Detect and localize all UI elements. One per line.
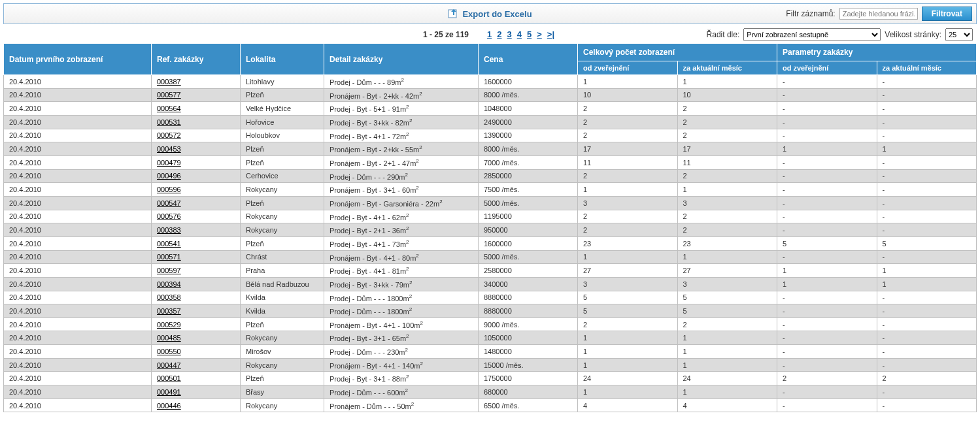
cell-ref: 000541 — [152, 236, 241, 250]
table-row: 20.4.2010000394Bělá nad RadbuzouProdej -… — [4, 277, 977, 291]
cell-ref: 000577 — [152, 88, 241, 102]
cell-c2: 1 — [677, 345, 777, 359]
cell-ref: 000564 — [152, 102, 241, 116]
export-excel-link[interactable]: Export do Excelu — [448, 8, 532, 19]
cell-ref: 000596 — [152, 183, 241, 197]
table-row: 20.4.2010000547PlzeňPronájem - Byt - Gar… — [4, 196, 977, 210]
ref-link[interactable]: 000529 — [157, 321, 181, 329]
page-link[interactable]: 3 — [507, 29, 512, 39]
cell-cena: 7500 /měs. — [479, 183, 578, 197]
ref-link[interactable]: 000577 — [157, 91, 181, 99]
cell-c1: 11 — [578, 155, 678, 169]
cell-c2: 2 — [677, 223, 777, 237]
cell-p1: - — [777, 304, 877, 318]
page-link[interactable]: 4 — [517, 29, 522, 39]
filter-input[interactable] — [839, 8, 918, 20]
cell-p1: - — [777, 75, 877, 89]
ref-link[interactable]: 000501 — [157, 374, 181, 382]
th-c-od[interactable]: od zveřejnění — [578, 61, 678, 75]
sort-select[interactable]: První zobrazení sestupně — [743, 28, 881, 41]
cell-p2: - — [877, 318, 977, 331]
cell-detail: Prodej - Byt - 3+kk - 79m2 — [324, 277, 479, 291]
cell-detail: Prodej - Dům - - - 1800m2 — [324, 291, 479, 304]
ref-link[interactable]: 000496 — [157, 172, 181, 180]
ref-link[interactable]: 000453 — [157, 145, 181, 153]
cell-lokalita: Litohlavy — [241, 75, 324, 89]
cell-c1: 1 — [578, 331, 678, 345]
cell-p1: - — [777, 102, 877, 116]
th-ref[interactable]: Ref. zakázky — [152, 44, 241, 75]
ref-link[interactable]: 000531 — [157, 118, 181, 126]
cell-datum: 20.4.2010 — [4, 331, 152, 345]
page-link[interactable]: 1 — [487, 29, 492, 39]
cell-p1: - — [777, 291, 877, 304]
cell-cena: 9000 /měs. — [479, 318, 578, 331]
page-link[interactable]: > — [537, 29, 542, 39]
cell-datum: 20.4.2010 — [4, 291, 152, 304]
ref-link[interactable]: 000491 — [157, 388, 181, 396]
th-datum[interactable]: Datum prvního zobrazení — [4, 44, 152, 75]
ref-link[interactable]: 000446 — [157, 402, 181, 410]
ref-link[interactable]: 000383 — [157, 226, 181, 234]
cell-ref: 000501 — [152, 372, 241, 385]
cell-c1: 23 — [578, 236, 678, 250]
cell-datum: 20.4.2010 — [4, 210, 152, 223]
cell-p2: - — [877, 102, 977, 116]
ref-link[interactable]: 000358 — [157, 293, 181, 301]
ref-link[interactable]: 000547 — [157, 199, 181, 207]
cell-detail: Pronájem - Byt - 4+1 - 100m2 — [324, 318, 479, 331]
table-row: 20.4.2010000576RokycanyProdej - Byt - 4+… — [4, 210, 977, 223]
cell-p1: - — [777, 129, 877, 142]
ref-link[interactable]: 000387 — [157, 78, 181, 86]
th-detail[interactable]: Detail zakázky — [324, 44, 479, 75]
cell-p2: - — [877, 331, 977, 345]
ref-link[interactable]: 000596 — [157, 186, 181, 193]
ref-link[interactable]: 000479 — [157, 159, 181, 167]
cell-datum: 20.4.2010 — [4, 277, 152, 291]
page-link[interactable]: 2 — [497, 29, 501, 39]
ref-link[interactable]: 000485 — [157, 334, 181, 342]
cell-cena: 2850000 — [479, 169, 578, 183]
cell-datum: 20.4.2010 — [4, 223, 152, 237]
cell-p1: - — [777, 399, 877, 412]
cell-ref: 000547 — [152, 196, 241, 210]
filter-button[interactable]: Filtrovat — [922, 7, 972, 21]
ref-link[interactable]: 000541 — [157, 240, 181, 248]
ref-link[interactable]: 000357 — [157, 307, 181, 315]
cell-ref: 000531 — [152, 115, 241, 129]
ref-link[interactable]: 000597 — [157, 267, 181, 274]
cell-detail: Prodej - Byt - 3+1 - 65m2 — [324, 331, 479, 345]
pagesize-select[interactable]: 25 — [945, 28, 973, 41]
th-p-za[interactable]: za aktuální měsíc — [877, 61, 977, 75]
cell-lokalita: Plzeň — [241, 372, 324, 385]
cell-c2: 1 — [677, 331, 777, 345]
th-c-za[interactable]: za aktuální měsíc — [677, 61, 777, 75]
ref-link[interactable]: 000571 — [157, 253, 181, 261]
cell-ref: 000576 — [152, 210, 241, 223]
ref-link[interactable]: 000564 — [157, 105, 181, 112]
table-row: 20.4.2010000358KvildaProdej - Dům - - - … — [4, 291, 977, 304]
cell-cena: 8880000 — [479, 291, 578, 304]
cell-lokalita: Bělá nad Radbuzou — [241, 277, 324, 291]
ref-link[interactable]: 000394 — [157, 280, 181, 288]
cell-ref: 000479 — [152, 155, 241, 169]
ref-link[interactable]: 000550 — [157, 348, 181, 355]
cell-p1: - — [777, 169, 877, 183]
ref-link[interactable]: 000576 — [157, 212, 181, 220]
page-link[interactable]: >| — [547, 29, 554, 39]
th-p-od[interactable]: od zveřejnění — [777, 61, 877, 75]
cell-detail: Pronájem - Byt - 4+1 - 80m2 — [324, 250, 479, 264]
ref-link[interactable]: 000447 — [157, 361, 181, 369]
ref-link[interactable]: 000572 — [157, 131, 181, 139]
cell-lokalita: Plzeň — [241, 142, 324, 156]
table-row: 20.4.2010000597PrahaProdej - Byt - 4+1 -… — [4, 264, 977, 278]
page-link[interactable]: 5 — [527, 29, 532, 39]
cell-c2: 2 — [677, 318, 777, 331]
cell-p2: - — [877, 223, 977, 237]
th-lokalita[interactable]: Lokalita — [241, 44, 324, 75]
cell-p2: - — [877, 358, 977, 372]
cell-lokalita: Plzeň — [241, 196, 324, 210]
cell-c2: 1 — [677, 358, 777, 372]
th-cena[interactable]: Cena — [479, 44, 578, 75]
table-row: 20.4.2010000453PlzeňPronájem - Byt - 2+k… — [4, 142, 977, 156]
